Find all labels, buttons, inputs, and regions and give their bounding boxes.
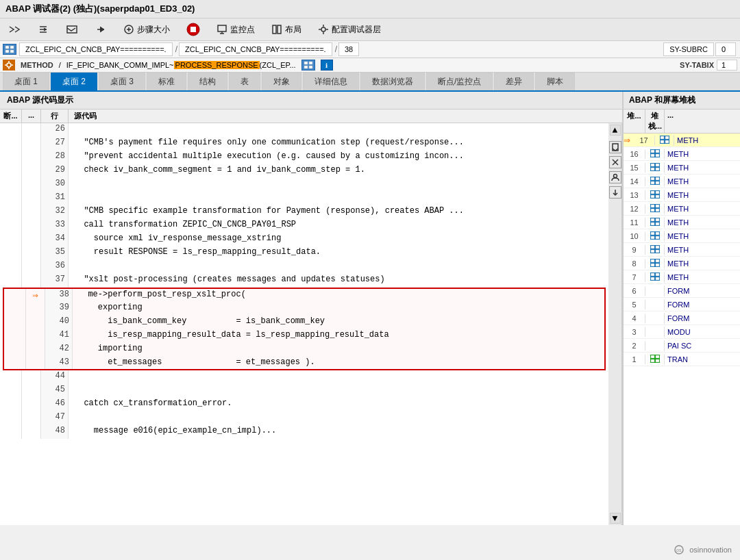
toolbar-step4[interactable] [92, 23, 110, 36]
step-size-label: 步骤大小 [137, 24, 170, 36]
toolbar-stop[interactable] [184, 21, 203, 38]
stack-row-14[interactable]: 14METH [624, 175, 740, 188]
tab-desktop3[interactable]: 桌面 3 [99, 73, 145, 90]
line-num-34: 34 [41, 233, 69, 246]
line-num-37: 37 [41, 274, 69, 288]
code-content-43: et_messages = et_messages ). [73, 357, 604, 369]
svg-rect-64 [651, 232, 654, 235]
stack-row-12[interactable]: 12METH [624, 202, 740, 216]
code-bp-32[interactable] [0, 205, 22, 219]
stack-row-5[interactable]: 5FORM [624, 298, 740, 311]
stack-name-3: MODU [665, 327, 740, 337]
code-bp-27[interactable] [0, 137, 22, 151]
tab-script[interactable]: 脚本 [535, 73, 575, 90]
svg-rect-42 [651, 154, 654, 157]
code-bp-26[interactable] [0, 123, 22, 137]
line-num-26: 26 [41, 123, 69, 137]
stack-num-6: 6 [624, 286, 645, 296]
breadcrumb-item-3[interactable]: 38 [338, 42, 359, 56]
code-content-36 [69, 260, 608, 274]
toolbar-config[interactable]: 配置调试器层 [315, 23, 384, 37]
code-dots-26 [22, 123, 41, 137]
stack-row-8[interactable]: 8METH [624, 257, 740, 270]
side-icon-2[interactable] [609, 156, 621, 168]
tab-table[interactable]: 表 [229, 73, 260, 90]
code-content-45 [69, 384, 608, 398]
stack-row-17[interactable]: ⇒17METH [624, 133, 740, 147]
tab-object[interactable]: 对象 [262, 73, 301, 90]
tab-structure[interactable]: 结构 [188, 73, 227, 90]
code-area[interactable]: 2627 "CMB's payment file requires only o… [0, 123, 608, 525]
svg-rect-52 [651, 191, 654, 194]
toolbar-step2[interactable] [34, 23, 52, 36]
breadcrumb-item-2[interactable]: ZCL_EPIC_CN_CNCB_PAY==========. [179, 42, 332, 56]
title-text: ABAP 调试器(2) (独占)(saperpdap01_ED3_02) [5, 3, 195, 14]
stack-dots-17 [655, 135, 674, 146]
code-bp-38[interactable] [4, 289, 26, 302]
code-bp-48[interactable] [0, 425, 22, 439]
method-highlight: PROCESS_RESPONSE [174, 61, 260, 69]
tab-diff[interactable]: 差异 [494, 73, 534, 90]
svg-rect-76 [651, 273, 654, 276]
stack-row-2[interactable]: 2PAI SC [624, 339, 740, 353]
stack-col-headers: 堆... 堆栈... ... [624, 110, 740, 133]
stack-name-2: PAI SC [665, 341, 740, 351]
code-bp-43[interactable] [4, 357, 26, 369]
code-bp-41[interactable] [4, 329, 26, 343]
info-icon[interactable]: i [321, 60, 333, 71]
stack-row-3[interactable]: 3MODU [624, 325, 740, 339]
stack-row-1[interactable]: 1TRAN [624, 353, 740, 366]
stack-row-16[interactable]: 16METH [624, 147, 740, 161]
toolbar-step-size[interactable]: 步骤大小 [121, 23, 173, 37]
toolbar-monitor[interactable]: 监控点 [214, 23, 258, 37]
scroll-down-icon[interactable]: ▼ [610, 513, 621, 524]
code-bp-37[interactable] [0, 274, 22, 288]
code-bp-36[interactable] [0, 260, 22, 274]
breadcrumb-item-1[interactable]: ZCL_EPIC_CN_CNCB_PAY==========. [19, 42, 173, 56]
svg-rect-21 [10, 50, 14, 53]
code-bp-31[interactable] [0, 192, 22, 205]
scroll-up-icon[interactable]: ▲ [610, 125, 621, 136]
source-panel-title: ABAP 源代码显示 [1, 93, 621, 107]
line-num-45: 45 [41, 384, 69, 398]
toolbar-step3[interactable] [63, 23, 81, 36]
stack-row-11[interactable]: 11METH [624, 216, 740, 229]
stack-row-10[interactable]: 10METH [624, 229, 740, 243]
stack-num-2: 2 [624, 341, 645, 351]
bookmark-icon [611, 143, 619, 151]
code-bp-35[interactable] [0, 246, 22, 260]
code-bp-33[interactable] [0, 219, 22, 233]
stack-row-7[interactable]: 7METH [624, 270, 740, 284]
tab-desktop2[interactable]: 桌面 2 [51, 73, 97, 90]
code-bp-47[interactable] [0, 411, 22, 425]
toolbar-layout[interactable]: 布局 [269, 23, 304, 37]
side-icon-4[interactable] [609, 186, 621, 199]
tab-detail[interactable]: 详细信息 [303, 73, 359, 90]
code-bp-28[interactable] [0, 151, 22, 164]
side-icon-1[interactable] [609, 141, 621, 153]
svg-rect-77 [656, 273, 659, 276]
toolbar-step1[interactable] [5, 23, 23, 36]
stack-row-4[interactable]: 4FORM [624, 311, 740, 325]
stack-row-9[interactable]: 9METH [624, 243, 740, 257]
code-bp-45[interactable] [0, 384, 22, 398]
code-bp-46[interactable] [0, 398, 22, 411]
tab-browser[interactable]: 数据浏览器 [360, 73, 425, 90]
stack-row-6[interactable]: 6FORM [624, 284, 740, 298]
code-line-47: 47 [0, 411, 608, 425]
code-bp-40[interactable] [4, 316, 26, 329]
code-bp-29[interactable] [0, 164, 22, 178]
code-bp-34[interactable] [0, 233, 22, 246]
step1-icon [8, 24, 21, 35]
code-bp-39[interactable] [4, 302, 26, 316]
code-bp-44[interactable] [0, 370, 22, 384]
stack-row-15[interactable]: 15METH [624, 161, 740, 175]
code-bp-30[interactable] [0, 178, 22, 192]
side-icon-3[interactable] [609, 171, 621, 183]
stack-row-13[interactable]: 13METH [624, 188, 740, 202]
tab-desktop1[interactable]: 桌面 1 [3, 73, 49, 90]
stack-num-13: 13 [624, 190, 645, 200]
tab-breakpoint[interactable]: 断点/监控点 [426, 73, 493, 90]
tab-standard[interactable]: 标准 [147, 73, 186, 90]
code-bp-42[interactable] [4, 343, 26, 357]
